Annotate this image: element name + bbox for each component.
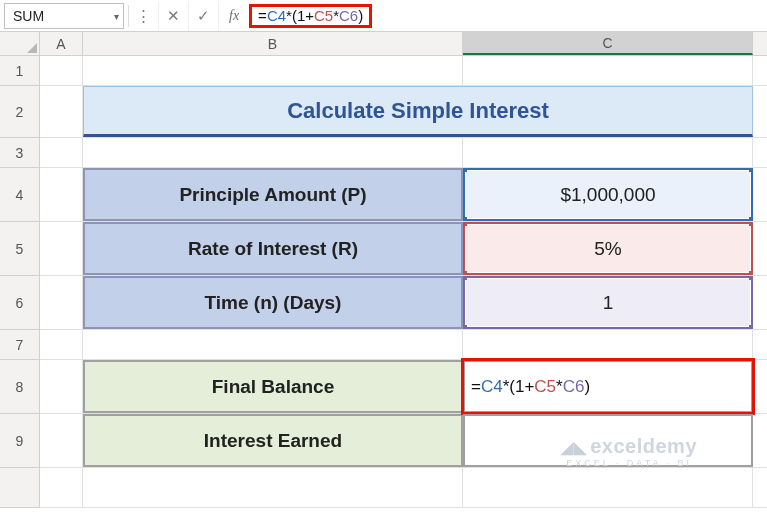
cell-blank[interactable] xyxy=(463,468,753,507)
row-7 xyxy=(40,330,767,360)
row-5: Rate of Interest (R) 5% xyxy=(40,222,767,276)
sel-handle-icon xyxy=(463,325,467,329)
cell-c1[interactable] xyxy=(463,56,753,85)
row-header-2[interactable]: 2 xyxy=(0,86,40,138)
row-headers: 1 2 3 4 5 6 7 8 9 xyxy=(0,56,40,508)
cell-a4[interactable] xyxy=(40,168,83,221)
label-final-balance[interactable]: Final Balance xyxy=(83,360,463,413)
name-box-value: SUM xyxy=(13,8,44,24)
row-header-1[interactable]: 1 xyxy=(0,56,40,86)
name-box[interactable]: SUM ▾ xyxy=(4,3,124,29)
formula-ref-c4: C4 xyxy=(267,7,286,24)
row-2: Calculate Simple Interest xyxy=(40,86,767,138)
value-time[interactable]: 1 xyxy=(463,276,753,329)
row-header-9[interactable]: 9 xyxy=(0,414,40,468)
row-6: Time (n) (Days) 1 xyxy=(40,276,767,330)
formula-ref-c5: C5 xyxy=(314,7,333,24)
sel-handle-icon xyxy=(749,325,753,329)
cellf-ref-c5: C5 xyxy=(534,377,556,397)
cell-b1[interactable] xyxy=(83,56,463,85)
formula-eq: = xyxy=(258,7,267,24)
value-rate-text: 5% xyxy=(594,238,621,260)
cell-b7[interactable] xyxy=(83,330,463,359)
sel-handle-icon xyxy=(463,222,467,226)
cell-final-balance[interactable]: =C4*(1+C5*C6) xyxy=(463,360,753,413)
cell-a2[interactable] xyxy=(40,86,83,137)
cell-a6[interactable] xyxy=(40,276,83,329)
title-text: Calculate Simple Interest xyxy=(287,98,549,124)
sel-handle-icon xyxy=(749,222,753,226)
enter-icon[interactable]: ✓ xyxy=(189,1,219,31)
formula-input[interactable]: =C4*(1+C5*C6) xyxy=(249,4,372,28)
cell-blank[interactable] xyxy=(40,468,83,507)
cellf-ref-c4: C4 xyxy=(481,377,503,397)
row-8: Final Balance =C4*(1+C5*C6) xyxy=(40,360,767,414)
cell-a5[interactable] xyxy=(40,222,83,275)
row-header-5[interactable]: 5 xyxy=(0,222,40,276)
sel-handle-icon xyxy=(463,271,467,275)
cellf-m2: * xyxy=(556,377,563,397)
value-principle[interactable]: $1,000,000 xyxy=(463,168,753,221)
formula-mid3: ) xyxy=(358,7,363,24)
cellf-m1: *(1+ xyxy=(503,377,535,397)
label-time[interactable]: Time (n) (Days) xyxy=(83,276,463,329)
grid: Calculate Simple Interest Principle Amou… xyxy=(40,56,767,508)
row-9: Interest Earned xyxy=(40,414,767,468)
value-rate[interactable]: 5% xyxy=(463,222,753,275)
row-4: Principle Amount (P) $1,000,000 xyxy=(40,168,767,222)
column-headers: A B C xyxy=(0,32,767,56)
formula-input-wrap[interactable]: =C4*(1+C5*C6) xyxy=(249,0,767,31)
row-header-4[interactable]: 4 xyxy=(0,168,40,222)
row-header-7[interactable]: 7 xyxy=(0,330,40,360)
sheet: 1 2 3 4 5 6 7 8 9 Calculate Simple Inter… xyxy=(0,56,767,508)
formula-mid1: *(1+ xyxy=(286,7,314,24)
value-principle-text: $1,000,000 xyxy=(560,184,655,206)
sel-handle-icon xyxy=(749,271,753,275)
sel-handle-icon xyxy=(463,276,467,280)
label-principle[interactable]: Principle Amount (P) xyxy=(83,168,463,221)
cellf-ref-c6: C6 xyxy=(563,377,585,397)
row-header-blank xyxy=(0,468,40,508)
sel-handle-icon xyxy=(749,168,753,172)
cell-b3[interactable] xyxy=(83,138,463,167)
col-header-c[interactable]: C xyxy=(463,32,753,55)
formula-bar: SUM ▾ ⋮ ✕ ✓ fx =C4*(1+C5*C6) xyxy=(0,0,767,32)
sel-handle-icon xyxy=(463,217,467,221)
value-time-text: 1 xyxy=(603,292,614,314)
cell-a3[interactable] xyxy=(40,138,83,167)
row-header-6[interactable]: 6 xyxy=(0,276,40,330)
title-cell[interactable]: Calculate Simple Interest xyxy=(83,86,753,137)
label-rate-text: Rate of Interest (R) xyxy=(188,238,358,260)
cell-c7[interactable] xyxy=(463,330,753,359)
sel-handle-icon xyxy=(749,276,753,280)
cell-a7[interactable] xyxy=(40,330,83,359)
formula-ref-c6: C6 xyxy=(339,7,358,24)
row-header-8[interactable]: 8 xyxy=(0,360,40,414)
label-final-balance-text: Final Balance xyxy=(212,376,335,398)
cancel-icon[interactable]: ✕ xyxy=(159,1,189,31)
row-1 xyxy=(40,56,767,86)
cellf-m3: ) xyxy=(584,377,590,397)
cell-interest-earned[interactable] xyxy=(463,414,753,467)
sel-handle-icon xyxy=(749,217,753,221)
label-rate[interactable]: Rate of Interest (R) xyxy=(83,222,463,275)
cell-a1[interactable] xyxy=(40,56,83,85)
col-header-b[interactable]: B xyxy=(83,32,463,55)
cell-c3[interactable] xyxy=(463,138,753,167)
row-blank xyxy=(40,468,767,508)
cell-blank[interactable] xyxy=(83,468,463,507)
label-time-text: Time (n) (Days) xyxy=(205,292,342,314)
name-box-dropdown-icon[interactable]: ▾ xyxy=(114,10,119,21)
dots-icon[interactable]: ⋮ xyxy=(129,1,159,31)
row-header-3[interactable]: 3 xyxy=(0,138,40,168)
label-interest-earned-text: Interest Earned xyxy=(204,430,342,452)
label-principle-text: Principle Amount (P) xyxy=(179,184,366,206)
sel-handle-icon xyxy=(463,168,467,172)
cell-a9[interactable] xyxy=(40,414,83,467)
cellf-eq: = xyxy=(471,377,481,397)
select-all-corner[interactable] xyxy=(0,32,40,55)
cell-a8[interactable] xyxy=(40,360,83,413)
label-interest-earned[interactable]: Interest Earned xyxy=(83,414,463,467)
fx-label: fx xyxy=(219,8,249,24)
col-header-a[interactable]: A xyxy=(40,32,83,55)
